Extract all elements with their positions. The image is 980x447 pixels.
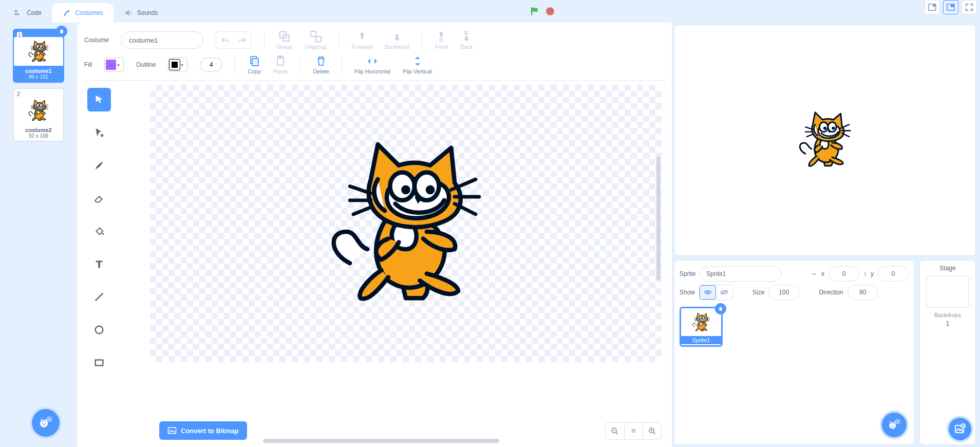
costume-size: 92 x 106	[14, 133, 63, 139]
y-input[interactable]	[878, 266, 909, 282]
text-tool[interactable]	[87, 252, 111, 276]
tab-code[interactable]: Code	[3, 3, 52, 23]
backdrops-label: Backdrops	[924, 312, 971, 318]
costume-name-label: Costume	[84, 36, 109, 44]
brush-tool[interactable]	[87, 154, 111, 177]
green-flag-button[interactable]	[530, 6, 540, 17]
delete-costume-button[interactable]	[56, 26, 67, 37]
redo-button[interactable]	[235, 34, 249, 46]
flip-horizontal-button[interactable]: Flip Horizontal	[354, 55, 390, 74]
svg-point-29	[102, 233, 104, 235]
svg-line-35	[616, 432, 618, 434]
backdrops-count: 1	[924, 320, 971, 327]
sprite-card-name: Sprite1	[681, 336, 721, 344]
show-hidden-button[interactable]	[716, 285, 732, 300]
outline-color-picker[interactable]: ▾	[168, 58, 187, 72]
line-tool[interactable]	[87, 285, 111, 309]
back-button[interactable]: Back	[460, 30, 473, 50]
fill-color-picker[interactable]: ▾	[104, 58, 124, 72]
svg-point-28	[101, 135, 103, 137]
sprite-label: Sprite	[680, 270, 695, 277]
svg-rect-10	[951, 5, 954, 7]
select-tool[interactable]	[87, 88, 111, 111]
tab-sounds[interactable]: Sounds	[114, 3, 168, 23]
sprite-name-input[interactable]	[700, 266, 782, 282]
x-input[interactable]	[828, 266, 859, 282]
stage-size-controls	[925, 0, 977, 23]
copy-button[interactable]: Copy	[248, 55, 261, 74]
costume-name-input[interactable]	[121, 31, 203, 49]
zoom-controls: =	[605, 422, 662, 440]
add-sprite-button[interactable]	[882, 413, 907, 437]
undo-button[interactable]	[218, 34, 233, 46]
size-input[interactable]	[768, 285, 799, 300]
stage-thumbnail[interactable]	[926, 276, 969, 308]
right-column: Sprite ↔ x ↕ y Show Size	[672, 23, 980, 447]
show-visible-button[interactable]	[700, 285, 716, 300]
tab-sounds-label: Sounds	[137, 9, 158, 16]
fullscreen-button[interactable]	[962, 0, 977, 14]
stage-large-button[interactable]	[943, 0, 958, 14]
direction-label: Direction	[819, 289, 843, 296]
front-button[interactable]: Front	[435, 30, 448, 50]
costume-name: costume2	[14, 127, 63, 133]
zoom-in-button[interactable]	[643, 423, 661, 439]
zoom-reset-button[interactable]: =	[624, 423, 643, 439]
flip-vertical-button[interactable]: Flip Vertical	[403, 55, 432, 74]
svg-marker-6	[546, 8, 554, 15]
costume-editor: Costume Group Ungroup Forward Backward F…	[77, 23, 672, 447]
fill-label: Fill	[84, 61, 92, 68]
eraser-tool[interactable]	[87, 187, 111, 210]
add-costume-button[interactable]	[32, 409, 60, 437]
sprite-card[interactable]: Sprite1	[680, 307, 723, 347]
costume-thumb	[14, 37, 63, 66]
group-button[interactable]: Group	[277, 30, 293, 50]
y-label: y	[871, 270, 874, 277]
delete-sprite-button[interactable]	[715, 303, 726, 314]
backward-button[interactable]: Backward	[385, 30, 409, 50]
svg-point-41	[707, 291, 709, 293]
delete-button[interactable]: Delete	[313, 55, 329, 74]
costume-thumb	[14, 96, 63, 125]
code-icon	[13, 8, 23, 17]
zoom-out-button[interactable]	[606, 423, 624, 439]
reshape-tool[interactable]	[87, 121, 111, 144]
stage-view[interactable]	[674, 25, 976, 256]
svg-rect-5	[14, 13, 19, 15]
costume-card-1[interactable]: 1 costume1 96 x 101	[13, 29, 64, 83]
show-label: Show	[680, 289, 695, 296]
horizontal-scrollbar[interactable]	[263, 439, 499, 443]
rectangle-tool[interactable]	[87, 351, 111, 375]
costume-card-2[interactable]: 2 costume2 92 x 106	[13, 88, 64, 142]
svg-rect-25	[252, 59, 258, 66]
stop-button[interactable]	[545, 6, 555, 16]
add-backdrop-button[interactable]	[949, 418, 971, 440]
vertical-scrollbar[interactable]	[656, 157, 661, 280]
canvas[interactable]	[150, 85, 662, 444]
tab-costumes[interactable]: Costumes	[52, 3, 114, 23]
outline-width-input[interactable]	[200, 58, 222, 72]
fill-tool[interactable]	[87, 219, 111, 243]
svg-rect-22	[464, 31, 468, 32]
circle-tool[interactable]	[87, 318, 111, 342]
svg-rect-23	[464, 33, 468, 34]
direction-input[interactable]	[847, 285, 878, 300]
stage-title: Stage	[924, 265, 971, 272]
ungroup-button[interactable]: Ungroup	[305, 30, 327, 50]
costume-name: costume1	[14, 68, 63, 74]
svg-rect-4	[14, 10, 17, 12]
outline-label: Outline	[136, 61, 156, 68]
paste-button[interactable]: Paste	[273, 55, 288, 74]
convert-to-bitmap-button[interactable]: Convert to Bitmap	[159, 421, 247, 440]
svg-point-13	[42, 423, 43, 424]
tab-code-label: Code	[27, 9, 42, 16]
costumes-icon	[62, 8, 71, 17]
stage-small-button[interactable]	[925, 0, 940, 14]
top-bar: Code Costumes Sounds	[0, 0, 980, 23]
stage-panel: Stage Backdrops 1	[919, 260, 976, 445]
forward-button[interactable]: Forward	[352, 30, 372, 50]
tab-costumes-label: Costumes	[76, 9, 103, 16]
svg-rect-19	[316, 36, 321, 42]
svg-point-14	[45, 423, 46, 424]
x-label: x	[821, 270, 824, 277]
